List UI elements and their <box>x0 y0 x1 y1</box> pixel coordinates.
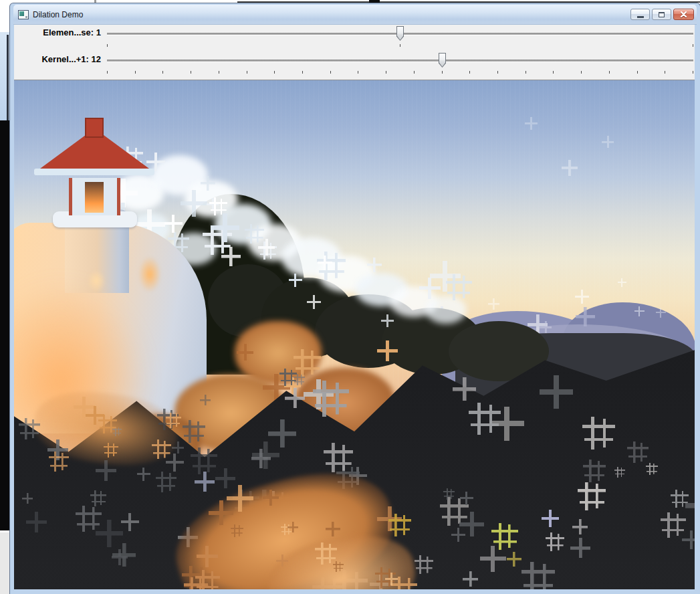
background-strip-dark <box>0 120 9 530</box>
trackbar-tick <box>526 71 526 74</box>
trackbar-ticks <box>107 71 693 74</box>
trackbar-ticks <box>107 44 693 47</box>
trackbar-tick <box>637 71 638 74</box>
window-client-area: Elemen...se: 1 Kernel...+1: 12 <box>14 25 695 589</box>
trackbar-tick <box>219 71 219 74</box>
trackbar-tick <box>386 71 386 74</box>
trackbar-panel: Elemen...se: 1 Kernel...+1: 12 <box>14 25 695 80</box>
orange-foliage <box>235 321 322 385</box>
minimize-button[interactable] <box>630 9 650 20</box>
window-title: Dilation Demo <box>33 10 83 19</box>
minimize-icon <box>637 16 644 18</box>
trackbar-kernel-size: Kernel...+1: 12 <box>14 52 695 78</box>
close-icon <box>680 11 687 17</box>
trackbar-tick <box>553 71 554 74</box>
trackbar-thumb[interactable] <box>439 53 446 68</box>
dilated-image <box>14 80 695 589</box>
turret-window <box>85 182 104 213</box>
trackbar-tick <box>665 71 665 74</box>
trackbar-tick <box>693 44 693 47</box>
turret-eave <box>34 169 154 175</box>
trackbar-tick <box>247 71 247 74</box>
trackbar-tick <box>581 71 582 74</box>
title-bar[interactable]: Dilation Demo <box>13 5 697 25</box>
close-button[interactable] <box>673 9 694 20</box>
trackbar-tick <box>302 71 303 74</box>
trackbar-tick <box>330 71 331 74</box>
trackbar-thumb[interactable] <box>396 26 404 41</box>
trackbar-tick <box>469 71 470 74</box>
trackbar-label: Elemen...se: 1 <box>14 27 101 38</box>
trackbar-tick <box>107 44 108 47</box>
trackbar-tick <box>274 71 275 74</box>
trackbar-element-shape: Elemen...se: 1 <box>14 25 695 52</box>
white-trees <box>425 296 467 324</box>
trackbar-tick <box>162 71 163 74</box>
trackbar-track[interactable] <box>107 33 693 35</box>
trackbar-tick <box>693 71 693 74</box>
trackbar-track[interactable] <box>107 60 693 62</box>
window-controls <box>630 9 694 20</box>
trackbar-tick <box>135 71 136 74</box>
trackbar-tick <box>400 44 400 47</box>
trackbar-tick <box>442 71 443 74</box>
window-icon <box>18 10 29 19</box>
background-strip-grey <box>0 532 9 594</box>
maximize-icon <box>659 12 665 17</box>
trackbar-label: Kernel...+1: 12 <box>14 54 101 65</box>
trackbar-tick <box>497 71 498 74</box>
trackbar-tick <box>107 71 108 74</box>
trackbar-tick <box>191 71 191 74</box>
trackbar-tick <box>414 71 415 74</box>
turret-cap <box>85 118 104 138</box>
background-strip-edge <box>7 35 9 120</box>
trackbar-tick <box>358 71 358 74</box>
trackbar-tick <box>609 71 610 74</box>
maximize-button[interactable] <box>652 9 671 20</box>
dilation-demo-window: Dilation Demo Elemen...se: 1 <box>9 3 700 594</box>
